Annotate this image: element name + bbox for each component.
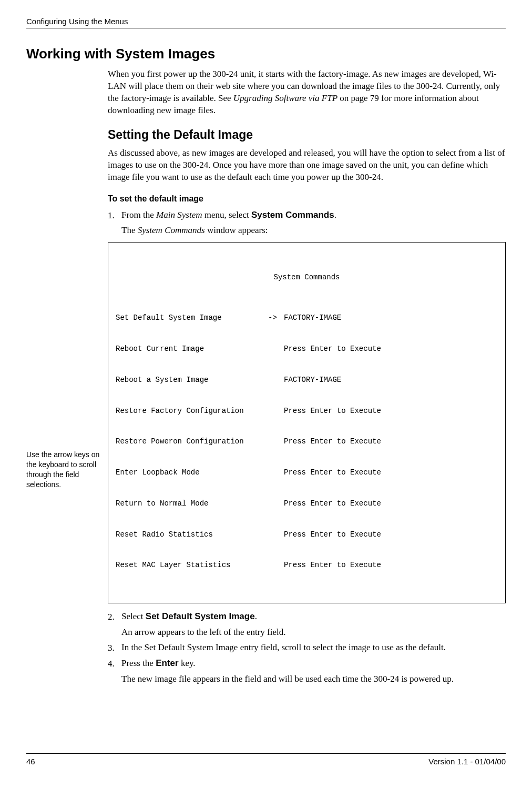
codebox-row-1: Reboot Current Image Press Enter to Exec…	[116, 344, 498, 355]
heading-to-set-default-image: To set the default image	[108, 193, 506, 205]
codebox-row-4-left: Restore Poweron Configuration	[116, 437, 268, 447]
codebox-row-2-arrow	[268, 375, 284, 386]
step-1-number: 1.	[108, 209, 121, 222]
step-1-text-b: menu, select	[202, 210, 251, 220]
system-commands-window: System Commands Set Default System Image…	[108, 242, 506, 603]
step-4-text-b: key.	[179, 658, 196, 668]
codebox-row-3: Restore Factory Configuration Press Ente…	[116, 406, 498, 417]
step-2-select: Set Default System Image	[146, 611, 255, 621]
header-divider	[26, 28, 506, 28]
codebox-row-0-right: FACTORY-IMAGE	[284, 313, 498, 324]
codebox-row-1-arrow	[268, 344, 284, 355]
step-1-sub: The System Commands window appears:	[121, 225, 506, 237]
step-1-menu: Main System	[156, 210, 202, 220]
codebox-row-8-arrow	[268, 560, 284, 571]
step-1-body: From the Main System menu, select System…	[121, 209, 506, 222]
subintro-paragraph: As discussed above, as new images are de…	[108, 147, 506, 184]
step-4-sub: The new image file appears in the field …	[121, 673, 506, 685]
step-3-number: 3.	[108, 642, 121, 654]
header-section-title: Configuring Using the Menus	[26, 16, 506, 27]
codebox-row-3-arrow	[268, 406, 284, 417]
step-2-sub: An arrow appears to the left of the entr…	[121, 627, 506, 639]
step-1-sub-i: System Commands	[138, 225, 205, 235]
codebox-row-2-right: FACTORY-IMAGE	[284, 375, 498, 386]
step-3-body: In the Set Default System Image entry fi…	[121, 642, 506, 654]
codebox-row-7-left: Reset Radio Statistics	[116, 530, 268, 540]
step-1-select: System Commands	[251, 210, 334, 220]
step-2: 2. Select Set Default System Image.	[108, 611, 506, 623]
codebox-row-8-left: Reset MAC Layer Statistics	[116, 560, 268, 571]
page-footer: 46 Version 1.1 - 01/04/00	[26, 753, 506, 767]
step-4: 4. Press the Enter key.	[108, 658, 506, 670]
codebox-row-4-arrow	[268, 437, 284, 447]
codebox-row-0-left: Set Default System Image	[116, 313, 268, 324]
footer-page-number: 46	[26, 756, 35, 767]
step-2-text-a: Select	[121, 611, 146, 621]
codebox-row-1-right: Press Enter to Execute	[284, 344, 498, 355]
codebox-row-8: Reset MAC Layer Statistics Press Enter t…	[116, 560, 498, 571]
codebox-row-5: Enter Loopback Mode Press Enter to Execu…	[116, 468, 498, 478]
codebox-row-2-left: Reboot a System Image	[116, 375, 268, 386]
codebox-row-6-left: Return to Normal Mode	[116, 499, 268, 509]
heading-setting-default-image: Setting the Default Image	[108, 126, 506, 143]
codebox-row-5-right: Press Enter to Execute	[284, 468, 498, 478]
step-2-text-b: .	[255, 611, 257, 621]
step-4-text-a: Press the	[121, 658, 156, 668]
step-4-key: Enter	[156, 658, 178, 668]
codebox-row-0-arrow: ->	[268, 313, 284, 324]
step-2-number: 2.	[108, 611, 121, 623]
codebox-row-7: Reset Radio Statistics Press Enter to Ex…	[116, 530, 498, 540]
step-2-body: Select Set Default System Image.	[121, 611, 506, 623]
step-4-body: Press the Enter key.	[121, 658, 506, 670]
codebox-row-1-left: Reboot Current Image	[116, 344, 268, 355]
codebox-row-6-right: Press Enter to Execute	[284, 499, 498, 509]
codebox-row-5-left: Enter Loopback Mode	[116, 468, 268, 478]
codebox-row-4-right: Press Enter to Execute	[284, 437, 498, 447]
step-3: 3. In the Set Default System Image entry…	[108, 642, 506, 654]
codebox-row-5-arrow	[268, 468, 284, 478]
codebox-row-8-right: Press Enter to Execute	[284, 560, 498, 571]
codebox-row-3-right: Press Enter to Execute	[284, 406, 498, 417]
codebox-title: System Commands	[116, 272, 498, 283]
codebox-row-3-left: Restore Factory Configuration	[116, 406, 268, 417]
codebox-row-4: Restore Poweron Configuration Press Ente…	[116, 437, 498, 447]
codebox-row-0: Set Default System Image -> FACTORY-IMAG…	[116, 313, 498, 324]
sidenote-arrow-keys: Use the arrow keys on the keyboard to sc…	[26, 450, 104, 490]
codebox-row-7-right: Press Enter to Execute	[284, 530, 498, 540]
step-1-text-c: .	[334, 210, 336, 220]
codebox-row-7-arrow	[268, 530, 284, 540]
step-4-number: 4.	[108, 658, 121, 670]
codebox-row-6: Return to Normal Mode Press Enter to Exe…	[116, 499, 498, 509]
footer-version: Version 1.1 - 01/04/00	[428, 756, 506, 767]
heading-working-with-system-images: Working with System Images	[26, 44, 506, 63]
step-1-text-a: From the	[121, 210, 156, 220]
step-1-sub-b: window appears:	[205, 225, 268, 235]
intro-ref: Upgrading Software via FTP	[233, 93, 337, 103]
step-1: 1. From the Main System menu, select Sys…	[108, 209, 506, 222]
intro-paragraph: When you first power up the 300-24 unit,…	[108, 68, 506, 117]
codebox-row-6-arrow	[268, 499, 284, 509]
codebox-row-2: Reboot a System Image FACTORY-IMAGE	[116, 375, 498, 386]
step-1-sub-a: The	[121, 225, 138, 235]
